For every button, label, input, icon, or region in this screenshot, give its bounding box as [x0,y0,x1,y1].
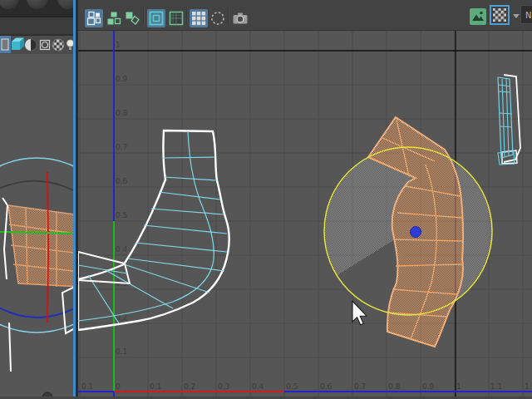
application-window: N 0.100.10.20.30.40.50.60.70.80.911.11.2… [0,0,532,399]
rect-shape [238,13,243,17]
rect-shape [150,12,163,25]
y-axis-label: 0.7 [116,143,127,151]
circle-shape [237,16,244,22]
x-axis-label: 0.3 [218,382,229,391]
selected-uv-point [411,227,421,238]
uv-editor-toolbar: N [78,0,532,31]
rect-shape [197,12,201,16]
circle-shape [244,17,246,18]
rect-shape [470,8,486,25]
toolbar-separator [228,6,229,24]
checker-display-button-icon [490,5,510,25]
y-axis-label: 0.8 [116,109,128,117]
perspective-panel [0,0,73,399]
shell-border-button-icon [167,9,185,27]
path-shape[interactable] [151,209,224,214]
path-shape[interactable] [164,177,217,180]
rect-shape [202,17,206,21]
texture-name-field[interactable]: N [520,5,532,24]
falloff-circle-button-icon [209,9,227,27]
rect-shape [111,12,117,17]
mouse-cursor [352,301,367,325]
x-axis-label: 0.6 [320,382,332,391]
y-axis-label: 0.4 [116,245,128,254]
y-axis-label: 0.5 [116,211,127,219]
falloff-circle-button[interactable] [209,9,227,27]
path-shape[interactable] [144,225,227,234]
rect-shape [197,17,201,21]
rect-shape [197,22,201,26]
uv-layout-tiles-button-icon [85,9,103,27]
checker-display-button[interactable] [490,5,510,25]
rect-shape [202,12,206,16]
rect-shape [202,22,206,26]
x-axis-label: 0 [116,382,121,391]
y-axis-label: 1 [116,41,121,49]
x-axis-label: 0.1 [81,382,93,391]
x-axis-label: 0.9 [422,382,435,391]
y-axis-label: 0.9 [116,75,128,83]
rect-shape [96,13,100,17]
rect-shape [192,22,196,26]
pixel-grid-button-icon [190,9,208,27]
rect-shape [89,12,94,17]
x-axis-label: 0.4 [252,382,264,391]
path-shape[interactable] [506,78,509,155]
orient-shells-button[interactable] [123,9,141,27]
path-shape[interactable] [499,91,510,92]
rect-shape [192,12,196,16]
image-display-button[interactable] [469,7,487,26]
uv-snapshot-camera-button-icon [231,9,249,27]
path-shape[interactable] [502,79,505,156]
polygon-shape [513,14,520,18]
path-shape[interactable] [500,126,512,127]
rect-shape [126,12,133,19]
x-axis-label: 0.2 [184,382,195,391]
path-shape[interactable] [498,77,513,158]
stack-shells-button[interactable] [105,9,123,27]
rect-shape [493,8,506,22]
orient-shells-button-icon [123,9,141,27]
circle-shape [480,12,483,15]
path-shape[interactable] [500,113,512,114]
uv-editor-canvas[interactable]: 0.100.10.20.30.40.50.60.70.80.911.11.210… [78,31,532,399]
path-shape[interactable] [128,259,224,271]
x-axis-label: 0.5 [286,382,298,391]
stack-shells-button-icon [105,9,123,27]
display-borders-button-icon [147,9,165,27]
circle-shape [212,12,224,24]
x-axis-label: 1.2 [525,382,532,391]
toolbar-separator [186,6,188,24]
uv-editor-panel: N 0.100.10.20.30.40.50.60.70.80.911.11.2… [78,0,532,399]
x-axis-label: 1.1 [490,382,502,391]
shell-border-button[interactable] [167,9,185,27]
y-axis-label: 0.1 [116,347,127,356]
x-axis-label: 0.8 [388,382,401,391]
image-display-button-icon [469,7,487,26]
uv-snapshot-camera-button[interactable] [231,9,249,27]
display-borders-button[interactable] [147,9,165,27]
y-axis-label: 0.6 [116,177,128,185]
x-axis-label: 0.1 [150,382,161,391]
white-shell-outline[interactable] [78,131,229,330]
uv-layout-tiles-button[interactable] [85,9,103,27]
path-shape[interactable] [159,192,220,200]
pixel-grid-button[interactable] [190,9,208,27]
rect-shape [192,17,196,21]
x-axis-label: 1 [456,382,461,391]
toolbar-separator [143,6,145,24]
rect-shape [96,18,101,23]
rect-shape [108,19,114,25]
rect-shape [88,18,95,25]
x-axis-label: 0.7 [354,382,366,391]
path-shape[interactable] [163,157,215,158]
rect-shape [116,19,121,24]
rect-shape [154,16,160,22]
